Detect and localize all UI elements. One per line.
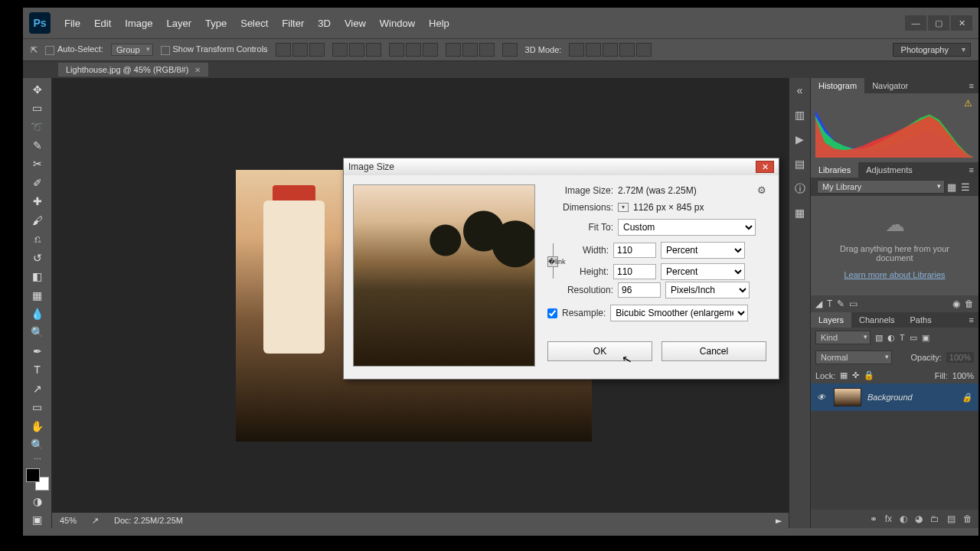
align-hcenter-icon[interactable]	[292, 43, 308, 57]
align-bottom-icon[interactable]	[366, 43, 381, 57]
distribute-1-icon[interactable]	[389, 43, 404, 57]
link-dimensions-icon[interactable]: �link	[547, 243, 558, 279]
lock-pixels-icon[interactable]: ▦	[840, 370, 848, 380]
panel-icon-3[interactable]: ⓘ	[793, 182, 807, 196]
path-tool-icon[interactable]: ↗	[28, 380, 47, 396]
tab-libraries[interactable]: Libraries	[811, 162, 858, 178]
dialog-titlebar[interactable]: Image Size ✕	[344, 158, 779, 175]
panel-menu-icon[interactable]: ≡	[965, 78, 978, 93]
adj-icon-2[interactable]: T	[827, 298, 832, 309]
fx-icon[interactable]: fx	[885, 514, 892, 524]
pen-tool-icon[interactable]: ✒	[28, 343, 47, 359]
library-grid-icon[interactable]: ▦	[945, 181, 959, 193]
panel-menu-icon[interactable]: ≡	[965, 162, 978, 178]
library-dropdown[interactable]: My Library	[817, 180, 945, 194]
color-swatch[interactable]	[26, 468, 49, 491]
status-arrow-icon[interactable]: ▸	[776, 516, 782, 526]
align-vcenter-icon[interactable]	[349, 43, 364, 57]
adj-icon-1[interactable]: ◢	[815, 298, 822, 309]
3d-orbit-icon[interactable]	[569, 43, 584, 57]
maximize-button[interactable]: ▢	[928, 15, 949, 31]
cancel-button[interactable]: Cancel	[662, 341, 766, 361]
new-group-icon[interactable]: 🗀	[930, 514, 939, 524]
layer-row[interactable]: 👁 Background 🔒	[811, 383, 978, 411]
gradient-tool-icon[interactable]: ▦	[28, 287, 47, 303]
resolution-unit-dropdown[interactable]: Pixels/Inch	[665, 282, 750, 298]
resample-checkbox[interactable]	[547, 308, 557, 318]
tab-navigator[interactable]: Navigator	[864, 78, 916, 93]
auto-select-checkbox[interactable]	[45, 46, 54, 55]
distribute-6-icon[interactable]	[479, 43, 495, 57]
filter-smart-icon[interactable]: ▣	[922, 333, 929, 343]
blur-tool-icon[interactable]: 💧	[28, 305, 47, 321]
marquee-tool-icon[interactable]: ▭	[28, 99, 47, 116]
panel-icon-4[interactable]: ▦	[793, 207, 807, 220]
align-top-icon[interactable]	[332, 43, 348, 57]
menu-filter[interactable]: Filter	[282, 18, 304, 29]
menu-select[interactable]: Select	[240, 18, 268, 29]
filter-adjust-icon[interactable]: ◐	[887, 333, 895, 343]
workspace-dropdown[interactable]: Photography	[893, 43, 971, 57]
ok-button[interactable]: OK	[547, 341, 652, 361]
panel-menu-icon[interactable]: ≡	[965, 312, 978, 328]
tab-adjustments[interactable]: Adjustments	[858, 162, 920, 178]
show-transform-checkbox[interactable]	[161, 46, 170, 55]
distribute-3-icon[interactable]	[423, 43, 438, 57]
quickmask-icon[interactable]: ◑	[28, 493, 47, 509]
menu-view[interactable]: View	[345, 18, 366, 29]
fill-value[interactable]: 100%	[952, 371, 974, 380]
hand-tool-icon[interactable]: ✋	[28, 418, 47, 434]
filter-pixel-icon[interactable]: ▧	[875, 333, 883, 343]
eyedropper-tool-icon[interactable]: ✐	[28, 174, 47, 191]
3d-slide-icon[interactable]	[619, 43, 635, 57]
layer-visibility-icon[interactable]: 👁	[817, 393, 828, 402]
lock-all-icon[interactable]: 🔒	[864, 370, 874, 380]
distribute-2-icon[interactable]	[406, 43, 421, 57]
menu-file[interactable]: File	[64, 18, 80, 29]
library-list-icon[interactable]: ☰	[959, 181, 972, 193]
tab-layers[interactable]: Layers	[811, 312, 851, 328]
filter-shape-icon[interactable]: ▭	[910, 333, 917, 343]
eraser-tool-icon[interactable]: ◧	[28, 268, 47, 284]
toolbox-more-icon[interactable]: ⋯	[28, 455, 47, 463]
brush-tool-icon[interactable]: 🖌	[28, 212, 47, 228]
adj-icon-3[interactable]: ✎	[837, 298, 844, 309]
menu-window[interactable]: Window	[380, 18, 415, 29]
resolution-input[interactable]	[618, 282, 661, 298]
quick-select-tool-icon[interactable]: ✎	[28, 137, 47, 153]
shape-tool-icon[interactable]: ▭	[28, 399, 47, 415]
auto-select-dropdown[interactable]: Group	[111, 44, 153, 56]
adj-trash-icon[interactable]: 🗑	[965, 298, 974, 309]
adj-icon-5[interactable]: ◉	[952, 298, 960, 309]
width-unit-dropdown[interactable]: Percent	[661, 242, 745, 259]
tab-paths[interactable]: Paths	[903, 312, 939, 328]
width-input[interactable]	[613, 243, 656, 258]
lasso-tool-icon[interactable]: ➰	[28, 119, 47, 135]
menu-type[interactable]: Type	[205, 18, 227, 29]
menu-layer[interactable]: Layer	[167, 18, 192, 29]
dimensions-unit-icon[interactable]: ▾	[618, 203, 629, 212]
export-icon[interactable]: ↗	[92, 516, 99, 526]
dialog-close-button[interactable]: ✕	[756, 161, 774, 173]
close-button[interactable]: ✕	[951, 15, 972, 31]
3d-pan-icon[interactable]	[603, 43, 618, 57]
tab-histogram[interactable]: Histogram	[811, 78, 864, 93]
histogram-warning-icon[interactable]: ⚠	[964, 98, 972, 109]
dialog-gear-icon[interactable]: ⚙	[757, 184, 766, 196]
new-fill-icon[interactable]: ◕	[915, 514, 923, 524]
type-tool-icon[interactable]: T	[28, 362, 47, 378]
document-tab[interactable]: Lighthouse.jpg @ 45% (RGB/8#) ✕	[58, 63, 208, 77]
zoom-level[interactable]: 45%	[60, 516, 77, 525]
menu-3d[interactable]: 3D	[318, 18, 331, 29]
align-left-icon[interactable]	[276, 43, 291, 57]
zoom-tool-icon[interactable]: 🔍	[28, 436, 47, 452]
panel-play-icon[interactable]: ▶	[793, 133, 807, 147]
healing-tool-icon[interactable]: ✚	[28, 194, 47, 210]
height-input[interactable]	[613, 264, 656, 279]
menu-image[interactable]: Image	[125, 18, 152, 29]
tab-channels[interactable]: Channels	[851, 312, 902, 328]
align-right-icon[interactable]	[309, 43, 325, 57]
filter-type-icon[interactable]: T	[900, 333, 905, 342]
mask-icon[interactable]: ◐	[900, 514, 907, 524]
dodge-tool-icon[interactable]: 🔍	[28, 324, 47, 341]
